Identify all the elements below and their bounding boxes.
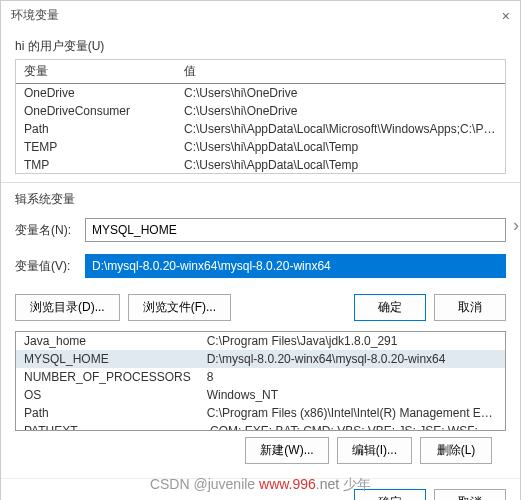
table-row[interactable]: OSWindows_NT: [16, 386, 505, 404]
user-vars-label: hi 的用户变量(U): [15, 38, 506, 55]
edit-button[interactable]: 编辑(I)...: [337, 437, 412, 464]
browse-dir-button[interactable]: 浏览目录(D)...: [15, 294, 120, 321]
user-vars-table[interactable]: 变量 值 OneDriveC:\Users\hi\OneDriveOneDriv…: [16, 60, 505, 174]
edit-dialog-title: 辑系统变量: [1, 182, 520, 212]
table-row[interactable]: TMPC:\Users\hi\AppData\Local\Temp: [16, 156, 505, 174]
table-row[interactable]: MYSQL_HOMED:\mysql-8.0.20-winx64\mysql-8…: [16, 350, 505, 368]
col-value: 值: [176, 60, 505, 84]
main-cancel-button[interactable]: 取消: [434, 489, 506, 500]
edit-ok-button[interactable]: 确定: [354, 294, 426, 321]
browse-file-button[interactable]: 浏览文件(F)...: [128, 294, 231, 321]
var-value-label: 变量值(V):: [15, 258, 85, 275]
delete-button[interactable]: 删除(L): [420, 437, 492, 464]
edit-cancel-button[interactable]: 取消: [434, 294, 506, 321]
var-name-input[interactable]: [85, 218, 506, 242]
sys-vars-table[interactable]: Java_homeC:\Program Files\Java\jdk1.8.0_…: [16, 332, 505, 431]
new-button[interactable]: 新建(W)...: [245, 437, 328, 464]
table-row[interactable]: PathC:\Program Files (x86)\Intel\Intel(R…: [16, 404, 505, 422]
var-name-label: 变量名(N):: [15, 222, 85, 239]
window-title: 环境变量: [11, 7, 59, 24]
col-name: 变量: [16, 60, 176, 84]
table-row[interactable]: Java_homeC:\Program Files\Java\jdk1.8.0_…: [16, 332, 505, 350]
table-row[interactable]: PathC:\Users\hi\AppData\Local\Microsoft\…: [16, 120, 505, 138]
table-row[interactable]: PATHEXT.COM;.EXE;.BAT;.CMD;.VBS;.VBE;.JS…: [16, 422, 505, 431]
main-ok-button[interactable]: 确定: [354, 489, 426, 500]
table-row[interactable]: TEMPC:\Users\hi\AppData\Local\Temp: [16, 138, 505, 156]
var-value-input[interactable]: [85, 254, 506, 278]
table-row[interactable]: OneDriveConsumerC:\Users\hi\OneDrive: [16, 102, 505, 120]
close-icon[interactable]: ×: [502, 8, 510, 24]
table-row[interactable]: OneDriveC:\Users\hi\OneDrive: [16, 84, 505, 103]
table-row[interactable]: NUMBER_OF_PROCESSORS8: [16, 368, 505, 386]
chevron-right-icon: ›: [513, 215, 519, 236]
